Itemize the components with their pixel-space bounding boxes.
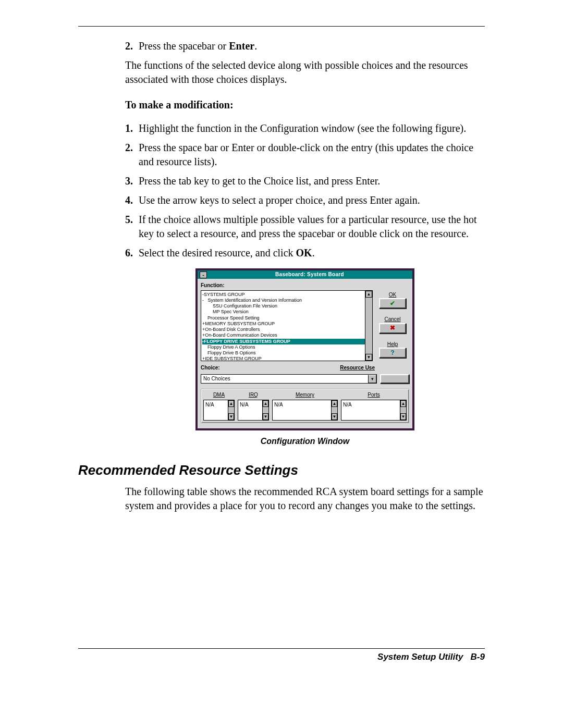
mod-step-3: 3. Press the tab key to get to the Choic… bbox=[125, 174, 485, 188]
document-content: 2. Press the spacebar or Enter. The func… bbox=[125, 39, 485, 447]
scrollbar[interactable]: ▲▼ bbox=[262, 400, 268, 420]
list-item[interactable]: Processor Speed Setting bbox=[202, 315, 371, 321]
step-number: 2. bbox=[125, 141, 139, 169]
text: Select the desired resource, and click bbox=[139, 247, 296, 258]
system-menu-icon[interactable]: - bbox=[200, 272, 207, 278]
ports-header: Ports bbox=[341, 391, 407, 399]
help-button[interactable]: ? bbox=[379, 348, 406, 358]
scroll-up-icon[interactable]: ▲ bbox=[400, 400, 406, 407]
help-label: Help bbox=[379, 341, 406, 348]
irq-column: IRQ N/A ▲▼ bbox=[238, 391, 269, 421]
mod-step-5: 5. If the choice allows multiple possibl… bbox=[125, 213, 485, 241]
scroll-down-icon[interactable]: ▼ bbox=[228, 413, 234, 420]
scroll-down-icon[interactable]: ▼ bbox=[365, 354, 372, 361]
list-item[interactable]: Floppy Drive A Options bbox=[202, 344, 371, 350]
x-icon: ✖ bbox=[390, 324, 395, 332]
paragraph: The functions of the selected device alo… bbox=[125, 58, 485, 87]
question-icon: ? bbox=[390, 349, 394, 357]
window-body: Function: -SYSTEMS GROUP - System Identi… bbox=[198, 279, 412, 428]
step-text: Press the spacebar or Enter. bbox=[139, 39, 485, 53]
scrollbar[interactable]: ▲▼ bbox=[400, 400, 406, 420]
choice-row: No Choices ▾ bbox=[201, 371, 409, 384]
scrollbar[interactable]: ▲ ▼ bbox=[365, 291, 372, 361]
resource-use-button[interactable] bbox=[380, 374, 409, 384]
scroll-down-icon[interactable]: ▼ bbox=[263, 413, 268, 420]
dma-box[interactable]: N/A ▲▼ bbox=[203, 400, 235, 421]
scroll-down-icon[interactable]: ▼ bbox=[332, 413, 337, 420]
dma-header: DMA bbox=[203, 391, 235, 399]
section-paragraph: The following table shows the recommende… bbox=[125, 485, 485, 513]
irq-header: IRQ bbox=[238, 391, 269, 399]
page-footer: System Setup Utility B-9 bbox=[78, 648, 485, 662]
config-window: - Baseboard: System Board Function: -SYS… bbox=[195, 268, 414, 430]
choice-combobox[interactable]: No Choices ▾ bbox=[201, 374, 377, 384]
memory-header: Memory bbox=[272, 391, 338, 399]
scrollbar[interactable]: ▲▼ bbox=[228, 400, 234, 420]
window-title: Baseboard: System Board bbox=[209, 271, 410, 278]
ok-label: OK bbox=[379, 291, 406, 299]
list-item[interactable]: +IDE SUBSYSTEM GROUP bbox=[202, 356, 371, 361]
step-number: 5. bbox=[125, 213, 139, 241]
dma-value: N/A bbox=[205, 402, 214, 408]
list-inner: -SYSTEMS GROUP - System Identification a… bbox=[201, 291, 372, 361]
cancel-label: Cancel bbox=[379, 316, 406, 323]
list-item-selected[interactable]: -FLOPPY DRIVE SUBSYSTEMS GROUP bbox=[202, 339, 371, 344]
ok-button[interactable]: ✔ bbox=[379, 298, 406, 309]
list-item[interactable]: +On-Board Disk Controllers bbox=[202, 327, 371, 332]
ok-bold: OK bbox=[296, 247, 312, 258]
step-text: If the choice allows multiple possible v… bbox=[139, 213, 485, 241]
step-text: Press the tab key to get to the Choice l… bbox=[139, 174, 485, 188]
step-text: Select the desired resource, and click O… bbox=[139, 246, 485, 260]
check-icon: ✔ bbox=[390, 299, 395, 307]
list-item[interactable]: +MEMORY SUBSYSTEM GROUP bbox=[202, 321, 371, 327]
choice-label: Choice: bbox=[201, 364, 220, 372]
figure-caption: Configuration Window bbox=[125, 436, 485, 447]
scroll-up-icon[interactable]: ▲ bbox=[263, 400, 268, 407]
cancel-button[interactable]: ✖ bbox=[379, 323, 406, 334]
list-item[interactable]: - System Identification and Version Info… bbox=[202, 298, 371, 303]
ports-box[interactable]: N/A ▲▼ bbox=[341, 400, 407, 421]
scroll-down-icon[interactable]: ▼ bbox=[400, 413, 406, 420]
resource-use-label: Resource Use bbox=[340, 364, 375, 372]
step-text: Highlight the function in the Configurat… bbox=[139, 121, 485, 135]
text: Press the spacebar or bbox=[139, 40, 229, 52]
cancel-group: Cancel ✖ bbox=[379, 316, 406, 334]
function-label: Function: bbox=[201, 282, 409, 289]
ok-group: OK ✔ bbox=[379, 291, 406, 309]
list-item[interactable]: Floppy Drive B Options bbox=[202, 350, 371, 356]
choice-value: No Choices bbox=[203, 375, 230, 382]
section-title: Recommended Resource Settings bbox=[78, 462, 485, 478]
mod-step-6: 6. Select the desired resource, and clic… bbox=[125, 246, 485, 260]
figure-wrap: - Baseboard: System Board Function: -SYS… bbox=[125, 268, 485, 430]
mod-step-1: 1. Highlight the function in the Configu… bbox=[125, 121, 485, 135]
ports-value: N/A bbox=[343, 402, 352, 408]
section-content: The following table shows the recommende… bbox=[125, 485, 485, 513]
footer-doc-title: System Setup Utility bbox=[377, 652, 463, 662]
memory-box[interactable]: N/A ▲▼ bbox=[272, 400, 338, 421]
step-number: 3. bbox=[125, 174, 139, 188]
step-number: 6. bbox=[125, 246, 139, 260]
function-row: -SYSTEMS GROUP - System Identification a… bbox=[201, 290, 409, 361]
list-item[interactable]: SSU Configuration File Version bbox=[202, 303, 371, 309]
irq-value: N/A bbox=[240, 402, 249, 408]
list-item[interactable]: -SYSTEMS GROUP bbox=[202, 292, 371, 298]
choice-row-labels: Choice: Resource Use bbox=[201, 364, 409, 372]
memory-value: N/A bbox=[274, 402, 283, 408]
scrollbar[interactable]: ▲▼ bbox=[331, 400, 337, 420]
mod-step-4: 4. Use the arrow keys to select a proper… bbox=[125, 193, 485, 207]
dropdown-icon[interactable]: ▾ bbox=[368, 375, 376, 383]
text: . bbox=[312, 247, 315, 258]
scroll-up-icon[interactable]: ▲ bbox=[228, 400, 234, 407]
scroll-up-icon[interactable]: ▲ bbox=[365, 291, 372, 298]
step-number: 4. bbox=[125, 193, 139, 207]
scroll-up-icon[interactable]: ▲ bbox=[332, 400, 337, 407]
memory-column: Memory N/A ▲▼ bbox=[272, 391, 338, 421]
mod-step-2: 2. Press the space bar or Enter or doubl… bbox=[125, 141, 485, 169]
function-list[interactable]: -SYSTEMS GROUP - System Identification a… bbox=[201, 290, 373, 361]
irq-box[interactable]: N/A ▲▼ bbox=[238, 400, 269, 421]
list-item[interactable]: MP Spec Version bbox=[202, 309, 371, 315]
window-titlebar[interactable]: - Baseboard: System Board bbox=[198, 270, 412, 279]
list-item[interactable]: +On-Board Communication Devices bbox=[202, 332, 371, 338]
step-text: Press the space bar or Enter or double-c… bbox=[139, 141, 485, 169]
text: . bbox=[254, 40, 257, 52]
